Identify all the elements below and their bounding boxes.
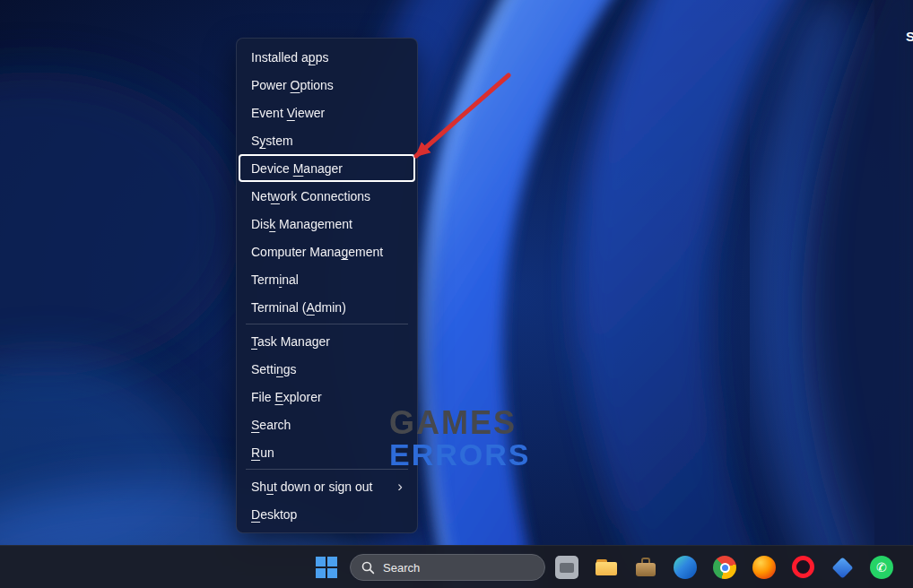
menu-item-label: Settings: [251, 362, 297, 376]
menu-item-label: System: [251, 134, 293, 148]
menu-item-settings[interactable]: Settings: [239, 355, 415, 383]
search-icon: [361, 561, 375, 575]
corner-watermark-letter: S: [906, 29, 913, 44]
menu-item-label: Desktop: [251, 507, 297, 522]
menu-divider: [246, 469, 408, 470]
menu-item-terminal[interactable]: Terminal: [239, 265, 415, 293]
menu-item-desktop[interactable]: Desktop: [239, 500, 415, 528]
menu-item-label: Terminal: [251, 272, 299, 287]
menu-divider: [246, 324, 408, 324]
opera-icon[interactable]: [792, 556, 814, 578]
menu-item-disk-management[interactable]: Disk Management: [239, 210, 415, 238]
menu-item-label: Network Connections: [251, 189, 370, 203]
menu-item-label: Computer Management: [251, 245, 383, 259]
search-label: Search: [383, 561, 420, 575]
menu-item-label: Installed apps: [251, 50, 328, 65]
taskbar-pinned-icons: ✆: [555, 556, 893, 579]
desktop-screen: S Installed appsPower OptionsEvent Viewe…: [0, 0, 913, 588]
whatsapp-icon[interactable]: ✆: [870, 556, 893, 579]
file-explorer-folder-icon[interactable]: [595, 556, 618, 579]
menu-item-task-manager[interactable]: Task Manager: [239, 327, 415, 355]
menu-item-label: Device Manager: [251, 161, 343, 176]
menu-item-label: Power Options: [251, 78, 334, 92]
start-button[interactable]: [314, 555, 339, 580]
menu-item-label: Task Manager: [251, 334, 330, 349]
menu-item-label: File Explorer: [251, 390, 322, 404]
briefcase-icon[interactable]: [634, 556, 657, 579]
menu-item-run[interactable]: Run: [239, 438, 415, 466]
menu-item-label: Terminal (Admin): [251, 300, 346, 315]
chrome-icon[interactable]: [713, 556, 736, 579]
winx-context-menu: Installed appsPower OptionsEvent ViewerS…: [236, 38, 418, 533]
firefox-icon[interactable]: [752, 556, 776, 579]
menu-item-search[interactable]: Search: [239, 411, 415, 438]
windows-logo-icon: [316, 557, 337, 578]
taskbar: Search ✆: [0, 545, 913, 588]
menu-item-power-options[interactable]: Power Options: [239, 71, 415, 99]
menu-item-label: Disk Management: [251, 217, 352, 231]
app-window-icon[interactable]: [555, 556, 578, 579]
menu-item-shut-down-or-sign-out[interactable]: Shut down or sign out›: [239, 472, 415, 500]
menu-item-event-viewer[interactable]: Event Viewer: [239, 99, 415, 126]
menu-item-label: Shut down or sign out: [251, 480, 372, 494]
menu-item-label: Event Viewer: [251, 106, 325, 120]
menu-item-system[interactable]: System: [239, 126, 415, 154]
menu-item-computer-management[interactable]: Computer Management: [239, 238, 415, 265]
edge-icon[interactable]: [674, 556, 697, 579]
menu-item-terminal-admin[interactable]: Terminal (Admin): [239, 293, 415, 321]
menu-item-installed-apps[interactable]: Installed apps: [239, 43, 415, 71]
visual-studio-icon[interactable]: [830, 556, 854, 579]
desktop-wallpaper: [0, 0, 913, 588]
menu-item-file-explorer[interactable]: File Explorer: [239, 383, 415, 411]
menu-item-network-connections[interactable]: Network Connections: [239, 182, 415, 210]
menu-item-label: Search: [251, 418, 291, 432]
taskbar-search[interactable]: Search: [350, 554, 545, 581]
menu-item-label: Run: [251, 445, 274, 460]
submenu-chevron-icon: ›: [390, 479, 403, 494]
menu-item-device-manager[interactable]: Device Manager: [239, 154, 415, 182]
